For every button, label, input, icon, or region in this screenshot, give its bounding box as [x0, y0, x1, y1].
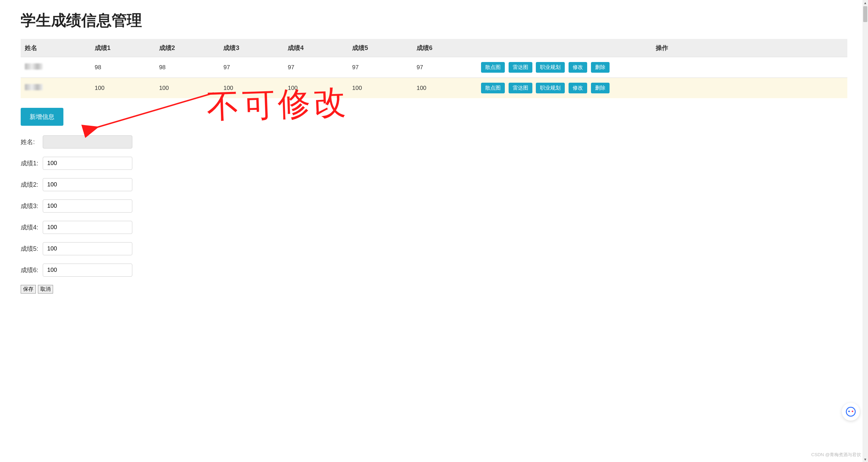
- form-row-name: 姓名:: [21, 135, 847, 148]
- form-buttons: 保存 取消: [21, 285, 847, 294]
- score6-label: 成绩6:: [21, 266, 43, 274]
- career-button[interactable]: 职业规划: [536, 83, 565, 93]
- form-row-score5: 成绩5:: [21, 242, 847, 255]
- cell-score: 97: [219, 57, 284, 78]
- cell-actions: 散点图 雷达图 职业规划 修改 删除: [477, 78, 847, 99]
- radar-button[interactable]: 雷达图: [509, 83, 532, 93]
- grades-table: 姓名 成绩1 成绩2 成绩3 成绩4 成绩5 成绩6 操作 98 98 97 9…: [21, 39, 847, 98]
- blurred-name: [25, 63, 43, 70]
- edit-form: 姓名: 成绩1: 成绩2: 成绩3: 成绩4: 成绩5: 成绩6: 保存 取消: [21, 135, 847, 294]
- edit-button[interactable]: 修改: [569, 83, 587, 93]
- col-score2: 成绩2: [155, 39, 219, 57]
- form-row-score1: 成绩1:: [21, 157, 847, 170]
- scrollbar-thumb[interactable]: [863, 6, 867, 22]
- cell-score: 98: [155, 57, 219, 78]
- cell-score: 100: [91, 78, 155, 99]
- page-title: 学生成绩信息管理: [21, 10, 847, 31]
- cell-actions: 散点图 雷达图 职业规划 修改 删除: [477, 57, 847, 78]
- col-actions: 操作: [477, 39, 847, 57]
- cell-score: 97: [412, 57, 477, 78]
- add-info-button[interactable]: 新增信息: [21, 108, 63, 126]
- delete-button[interactable]: 删除: [591, 83, 610, 93]
- scroll-up-arrow-icon[interactable]: ▲: [862, 0, 868, 6]
- form-row-score6: 成绩6:: [21, 264, 847, 277]
- radar-button[interactable]: 雷达图: [509, 62, 532, 73]
- score1-input[interactable]: [43, 157, 132, 170]
- form-row-score3: 成绩3:: [21, 199, 847, 213]
- score3-input[interactable]: [43, 199, 132, 213]
- col-score4: 成绩4: [284, 39, 348, 57]
- score4-label: 成绩4:: [21, 223, 43, 232]
- scrollbar[interactable]: ▲ ▼: [862, 0, 868, 304]
- cell-score: 97: [284, 57, 348, 78]
- cell-score: 98: [91, 57, 155, 78]
- table-row: 100 100 100 100 100 100 散点图 雷达图 职业规划 修改 …: [21, 78, 847, 99]
- cell-score: 100: [219, 78, 284, 99]
- scatter-button[interactable]: 散点图: [481, 62, 505, 73]
- delete-button[interactable]: 删除: [591, 62, 610, 73]
- blurred-name: [25, 84, 43, 90]
- score3-label: 成绩3:: [21, 202, 43, 210]
- cell-name: [21, 57, 91, 78]
- table-header-row: 姓名 成绩1 成绩2 成绩3 成绩4 成绩5 成绩6 操作: [21, 39, 847, 57]
- form-row-score2: 成绩2:: [21, 178, 847, 191]
- name-label: 姓名:: [21, 138, 43, 146]
- score2-input[interactable]: [43, 178, 132, 191]
- cell-score: 100: [155, 78, 219, 99]
- cancel-button[interactable]: 取消: [38, 285, 53, 294]
- score4-input[interactable]: [43, 221, 132, 234]
- save-button[interactable]: 保存: [21, 285, 36, 294]
- cell-score: 100: [348, 78, 412, 99]
- career-button[interactable]: 职业规划: [536, 62, 565, 73]
- score1-label: 成绩1:: [21, 159, 43, 167]
- col-score3: 成绩3: [219, 39, 284, 57]
- score5-label: 成绩5:: [21, 245, 43, 253]
- cell-score: 100: [412, 78, 477, 99]
- col-name: 姓名: [21, 39, 91, 57]
- score2-label: 成绩2:: [21, 181, 43, 189]
- form-row-score4: 成绩4:: [21, 221, 847, 234]
- table-row: 98 98 97 97 97 97 散点图 雷达图 职业规划 修改 删除: [21, 57, 847, 78]
- edit-button[interactable]: 修改: [569, 62, 587, 73]
- cell-name: [21, 78, 91, 99]
- cell-score: 100: [284, 78, 348, 99]
- col-score6: 成绩6: [412, 39, 477, 57]
- svg-line-1: [96, 93, 214, 127]
- score5-input[interactable]: [43, 242, 132, 255]
- col-score1: 成绩1: [91, 39, 155, 57]
- cell-score: 97: [348, 57, 412, 78]
- score6-input[interactable]: [43, 264, 132, 277]
- col-score5: 成绩5: [348, 39, 412, 57]
- name-input: [43, 135, 132, 148]
- scatter-button[interactable]: 散点图: [481, 83, 505, 93]
